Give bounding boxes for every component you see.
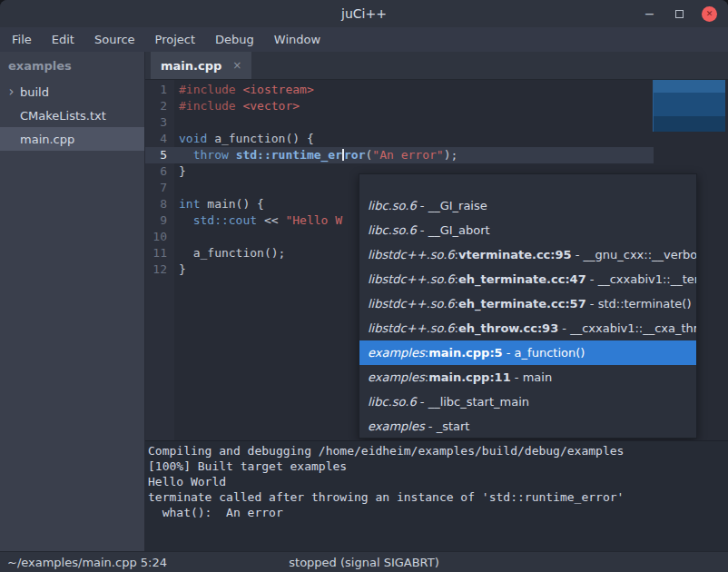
terminal-output: Compiling and debugging /home/eidheim/ex… — [145, 440, 728, 551]
line-number: 3 — [145, 114, 174, 131]
terminal-line: terminate called after throwing an insta… — [148, 489, 728, 505]
code-token: #include — [179, 99, 236, 113]
code-token: int — [179, 197, 200, 211]
stack-frame-row[interactable]: libstdc++.so.6:eh_terminate.cc:57 - std:… — [359, 291, 696, 316]
menu-item-debug[interactable]: Debug — [205, 29, 264, 50]
stack-frame-text: libc.so.6 — [368, 199, 417, 212]
stack-frame-text: - __cxxabiv1::__cxa_thro — [558, 321, 696, 335]
stack-frame-text: libstdc++.so.6 — [368, 321, 455, 335]
code-line-2: 2#include <vector> — [145, 98, 728, 114]
stack-frame-row[interactable]: examples - _start — [359, 414, 696, 439]
tree-item-cmakelists-txt[interactable]: CMakeLists.txt — [0, 104, 144, 127]
stack-frame-text: - __GI_abort — [417, 223, 490, 237]
stack-frame-row[interactable]: libstdc++.so.6:eh_terminate.cc:47 - __cx… — [359, 267, 696, 291]
tab-main-cpp[interactable]: main.cpp × — [151, 52, 251, 79]
code-token: std::runtime_er — [236, 148, 342, 162]
cursor-location-text: ~/examples/main.cpp 5:24 — [7, 556, 167, 569]
code-token: a_function() { — [207, 132, 313, 145]
stack-frame-text: examples — [368, 346, 425, 360]
stack-frame-text: libstdc++.so.6 — [368, 272, 455, 286]
code-text — [174, 114, 179, 131]
code-token — [179, 148, 193, 162]
stack-frame-text: - std::terminate() — [586, 297, 692, 311]
code-token: << — [257, 213, 285, 227]
code-line-3: 3 — [145, 114, 728, 131]
line-number: 11 — [145, 245, 174, 261]
window-title: juCi++ — [341, 6, 387, 21]
stack-frame-text: libstdc++.so.6 — [368, 248, 455, 261]
menu-bar: FileEditSourceProjectDebugWindow — [0, 27, 728, 52]
stack-frame-row[interactable]: libc.so.6 - __GI_abort — [359, 218, 696, 242]
minimize-button[interactable]: − — [642, 6, 657, 22]
menu-item-window[interactable]: Window — [264, 29, 330, 50]
stack-frame-text: examples — [368, 419, 425, 433]
stack-frame-row[interactable]: libc.so.6 - __libc_start_main — [359, 390, 696, 414]
stack-frame-text: libc.so.6 — [368, 395, 417, 409]
maximize-button[interactable] — [672, 6, 687, 22]
tab-bar: main.cpp × — [145, 52, 728, 80]
close-button[interactable]: ✕ — [702, 6, 717, 22]
stack-frame-row[interactable]: libc.so.6 - __GI_raise — [359, 193, 696, 218]
line-number: 6 — [145, 163, 174, 180]
code-token: "Hello W — [285, 213, 342, 227]
line-number: 2 — [145, 98, 174, 114]
stack-frame-text: vterminate.cc:95 — [458, 248, 572, 261]
code-token: <vector> — [242, 99, 300, 113]
code-text: } — [174, 163, 186, 180]
file-tree: ›buildCMakeLists.txtmain.cpp — [0, 80, 144, 151]
line-number: 5 — [145, 147, 174, 163]
code-text: throw std::runtime_error("An error"); — [174, 147, 457, 163]
stack-frame-row[interactable]: libstdc++.so.6:eh_throw.cc:93 - __cxxabi… — [359, 316, 696, 340]
stack-frame-row[interactable]: examples:main.cpp:11 - main — [359, 365, 696, 390]
tab-close-icon[interactable]: × — [232, 59, 241, 72]
code-token: <iostream> — [242, 83, 313, 96]
stack-frame-text: - __GI_raise — [417, 199, 487, 212]
menu-item-source[interactable]: Source — [84, 29, 145, 50]
terminal-line: Hello World — [148, 474, 728, 489]
stack-trace-popup: libc.so.6 - __GI_raiselibc.so.6 - __GI_a… — [359, 173, 697, 439]
line-number: 4 — [145, 131, 174, 147]
code-token: void — [179, 132, 207, 145]
line-number: 7 — [145, 180, 174, 196]
tree-item-label: main.cpp — [20, 133, 74, 146]
status-bar: stopped (signal SIGABRT) ~/examples/main… — [0, 551, 728, 572]
stack-frame-text: examples — [368, 370, 425, 384]
stack-frame-text: eh_terminate.cc:57 — [458, 297, 586, 311]
editor-tooltip-window — [653, 80, 725, 132]
line-number: 12 — [145, 261, 174, 278]
menu-item-file[interactable]: File — [2, 29, 42, 50]
code-token: std::cout — [193, 213, 257, 227]
code-token: } — [179, 164, 186, 178]
code-token: a_function(); — [179, 246, 285, 260]
stack-frame-row[interactable]: libstdc++.so.6:vterminate.cc:95 - __gnu_… — [359, 242, 696, 267]
tree-item-build[interactable]: ›build — [0, 80, 144, 104]
menu-item-project[interactable]: Project — [145, 29, 205, 50]
line-number: 1 — [145, 82, 174, 98]
stack-frame-text: - __gnu_cxx::__verbos — [572, 248, 696, 261]
code-token: "An error" — [372, 148, 443, 162]
maximize-icon — [675, 10, 684, 18]
stack-frame-text: main.cpp:11 — [428, 370, 511, 384]
code-token: ror — [344, 148, 365, 162]
title-bar: juCi++ − ✕ — [0, 0, 728, 27]
stack-frame-row[interactable]: examples:main.cpp:5 - a_function() — [359, 340, 696, 365]
code-line-5: 5 throw std::runtime_error("An error"); — [145, 147, 728, 163]
code-line-1: 1#include <iostream> — [145, 82, 728, 98]
code-text — [174, 229, 179, 245]
code-token — [179, 213, 193, 227]
code-token: main() { — [200, 197, 263, 211]
stack-frame-text: - _start — [425, 419, 470, 433]
stack-frame-text: main.cpp:5 — [428, 346, 503, 360]
stack-frame-text: libc.so.6 — [368, 223, 417, 237]
code-text: #include <iostream> — [174, 82, 314, 98]
terminal-line: [100%] Built target examples — [148, 459, 728, 474]
code-token: } — [179, 262, 186, 276]
editor[interactable]: 1#include <iostream>2#include <vector>34… — [145, 80, 728, 440]
stack-frame-text: - __cxxabiv1::__term — [586, 272, 696, 286]
sidebar: examples ›buildCMakeLists.txtmain.cpp — [0, 52, 145, 551]
stack-frame-text: libstdc++.so.6 — [368, 297, 455, 311]
stack-frame-text: - main — [511, 370, 552, 384]
code-text: #include <vector> — [174, 98, 300, 114]
tree-item-main-cpp[interactable]: main.cpp — [0, 127, 144, 151]
menu-item-edit[interactable]: Edit — [42, 29, 84, 50]
